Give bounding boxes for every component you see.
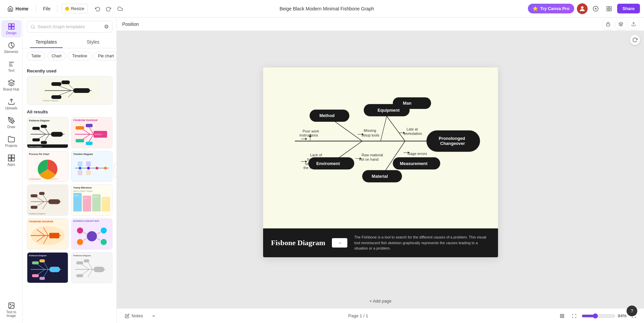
- svg-text:REALLY GREAT THINGS: REALLY GREAT THINGS: [73, 190, 93, 192]
- template-card-fishbone-white[interactable]: Fishbone Diagram: [71, 252, 113, 283]
- template-card-fishbone-pink[interactable]: FISHBONE DIAGRAM EFFECT: [71, 117, 113, 148]
- svg-rect-142: [606, 24, 610, 26]
- add-collaborator-button[interactable]: [590, 3, 601, 14]
- svg-rect-30: [51, 82, 61, 86]
- chip-pie-chart[interactable]: Pie chart: [94, 52, 116, 60]
- sidebar-item-design[interactable]: Design: [1, 20, 21, 38]
- filter-chips: Table Chart Timeline Pie chart ›: [23, 48, 116, 64]
- tab-templates[interactable]: Templates: [23, 36, 70, 48]
- canvas-area: Position: [117, 17, 644, 323]
- svg-point-72: [104, 167, 107, 169]
- sidebar-item-uploads[interactable]: Uploads: [1, 95, 21, 113]
- analytics-button[interactable]: [604, 3, 614, 14]
- search-icon: [31, 24, 35, 29]
- lock-icon[interactable]: [603, 19, 613, 29]
- template-card-fishbone-1[interactable]: Fishbone Diagram Fisbone Diagram: [27, 117, 68, 148]
- svg-point-110: [87, 231, 97, 241]
- sidebar-icons: Design Elements Text Brand Hub Uploads D…: [0, 17, 23, 323]
- cloud-save-button[interactable]: [115, 3, 126, 14]
- try-canva-pro-button[interactable]: ⭐ Try Canva Pro: [528, 4, 574, 13]
- svg-text:Goal 4: Goal 4: [102, 199, 107, 201]
- svg-rect-59: [86, 142, 92, 145]
- template-thumbnail-fishbone-dark: Fishbone Diagram: [27, 253, 68, 283]
- template-thumbnail-concept: BUSINESS CONCEPT MAP: [71, 219, 112, 249]
- diagram-main: Poor work instructions Missing setup too…: [263, 67, 498, 228]
- resize-button[interactable]: Resize: [61, 4, 88, 13]
- template-tabs: Templates Styles: [23, 36, 116, 48]
- svg-text:Fisbone Diagram: Fisbone Diagram: [43, 100, 58, 102]
- file-menu[interactable]: File: [40, 4, 53, 13]
- svg-rect-57: [86, 124, 92, 127]
- user-avatar[interactable]: [577, 3, 588, 14]
- recently-used-card[interactable]: Fisbone Diagram: [27, 76, 112, 105]
- export-icon[interactable]: [629, 19, 639, 29]
- chip-table[interactable]: Table: [27, 52, 45, 60]
- svg-rect-183: [393, 97, 431, 109]
- template-card-concept[interactable]: BUSINESS CONCEPT MAP: [71, 218, 113, 250]
- collapse-notes-button[interactable]: [148, 311, 159, 321]
- svg-rect-86: [31, 206, 37, 209]
- grid-view-button[interactable]: [557, 311, 567, 321]
- template-card-fishbone-light[interactable]: Fishbone Diagram: [27, 184, 68, 216]
- svg-text:● PROCESS 2: ● PROCESS 2: [46, 178, 58, 180]
- svg-point-114: [100, 239, 106, 245]
- add-page-button[interactable]: + Add page: [365, 297, 395, 306]
- main-area: Design Elements Text Brand Hub Uploads D…: [0, 17, 644, 323]
- svg-rect-6: [607, 9, 608, 11]
- filter-icon[interactable]: ⚙: [104, 23, 109, 30]
- undo-button[interactable]: [92, 3, 103, 14]
- document-title: Beige Black Modern Minimal Fishbone Grap…: [128, 6, 525, 11]
- left-panel: ⚙ Templates Styles Table Chart Timeline …: [23, 17, 117, 323]
- sidebar-item-brand-hub[interactable]: Brand Hub: [1, 76, 21, 94]
- footer-arrow[interactable]: →: [332, 238, 347, 248]
- svg-text:Material: Material: [371, 174, 388, 179]
- sidebar-item-apps[interactable]: Apps: [1, 152, 21, 169]
- notes-label: Notes: [132, 313, 143, 318]
- home-button[interactable]: Home: [4, 4, 32, 14]
- chip-timeline[interactable]: Timeline: [68, 52, 92, 60]
- svg-rect-73: [78, 161, 82, 166]
- sidebar-item-draw[interactable]: Draw: [1, 114, 21, 131]
- sidebar-item-text-to-image[interactable]: Text to Image: [1, 299, 21, 320]
- sidebar-item-text[interactable]: Text: [1, 58, 21, 75]
- template-thumbnail-process-pie: Process Pie Chart ● PROCESS 1 ● PROCESS …: [27, 151, 68, 182]
- template-card-process-pie[interactable]: Process Pie Chart ● PROCESS 1 ● PROCESS …: [27, 151, 68, 182]
- panel-scroll: Recently used: [23, 64, 116, 323]
- template-card-timeline[interactable]: Timeline Diagram: [71, 151, 113, 182]
- svg-point-71: [95, 167, 98, 169]
- svg-text:Process Pie Chart: Process Pie Chart: [29, 153, 49, 155]
- svg-text:Timeline Diagram: Timeline Diagram: [73, 153, 93, 156]
- bottom-bar-left: Notes: [122, 311, 159, 321]
- svg-text:Fishbone Diagram: Fishbone Diagram: [29, 213, 45, 215]
- layers-icon[interactable]: [616, 19, 626, 29]
- svg-rect-29: [73, 88, 90, 93]
- fit-page-button[interactable]: [569, 311, 579, 321]
- svg-rect-42: [32, 127, 40, 130]
- template-card-fishbone-orange[interactable]: FISHBONE DIAGRAM: [27, 218, 68, 250]
- help-button[interactable]: ?: [627, 306, 637, 316]
- canvas-viewport[interactable]: Poor work instructions Missing setup too…: [117, 31, 644, 294]
- svg-point-20: [10, 304, 11, 305]
- redo-button[interactable]: [103, 3, 114, 14]
- resize-dot: [65, 7, 69, 11]
- panel-collapse-handle[interactable]: ‹: [114, 164, 117, 177]
- sidebar-item-elements[interactable]: Elements: [1, 39, 21, 56]
- template-thumbnail-timeline: Timeline Diagram: [71, 151, 112, 182]
- template-thumbnail-fishbone-white: Fishbone Diagram: [71, 253, 112, 283]
- svg-rect-4: [607, 6, 608, 8]
- notes-button[interactable]: Notes: [122, 312, 146, 320]
- search-input[interactable]: [38, 24, 102, 29]
- sidebar-item-draw-label: Draw: [7, 125, 15, 129]
- rotate-handle[interactable]: [630, 35, 640, 45]
- chip-chart[interactable]: Chart: [47, 52, 66, 60]
- template-card-yearly[interactable]: Yearly Milestone REALLY GREAT THINGS Goa…: [71, 184, 113, 216]
- pro-star-icon: ⭐: [533, 6, 538, 11]
- svg-point-70: [87, 167, 90, 169]
- tab-styles[interactable]: Styles: [70, 36, 117, 48]
- share-button[interactable]: Share: [617, 4, 640, 13]
- svg-text:Man: Man: [403, 101, 411, 106]
- zoom-slider[interactable]: [582, 313, 615, 319]
- svg-rect-77: [27, 185, 68, 215]
- template-card-fishbone-dark[interactable]: Fishbone Diagram: [27, 252, 68, 283]
- sidebar-item-projects[interactable]: Projects: [1, 133, 21, 150]
